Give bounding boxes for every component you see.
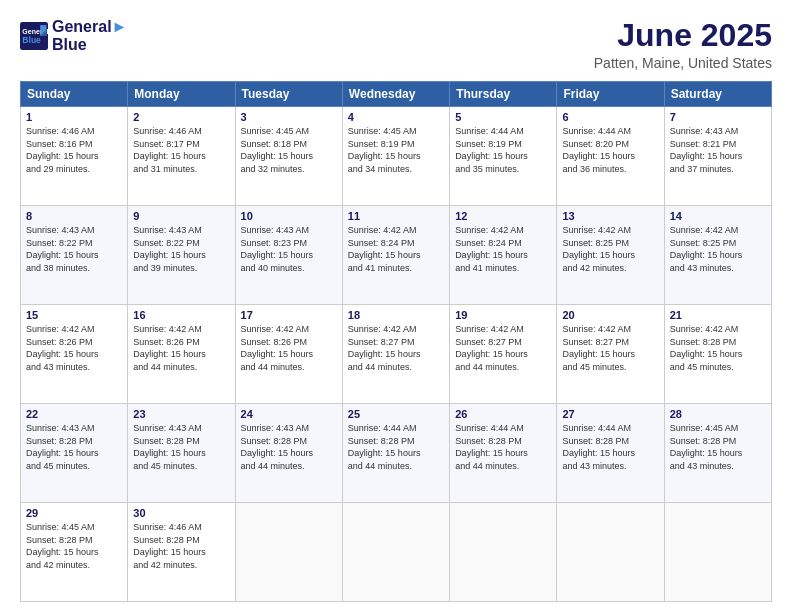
column-header-monday: Monday xyxy=(128,82,235,107)
day-cell xyxy=(235,503,342,602)
day-info: Sunrise: 4:44 AM Sunset: 8:20 PM Dayligh… xyxy=(562,125,658,175)
week-row-2: 8 Sunrise: 4:43 AM Sunset: 8:22 PM Dayli… xyxy=(21,206,772,305)
day-cell: 14 Sunrise: 4:42 AM Sunset: 8:25 PM Dayl… xyxy=(664,206,771,305)
day-number: 8 xyxy=(26,210,122,222)
day-cell: 12 Sunrise: 4:42 AM Sunset: 8:24 PM Dayl… xyxy=(450,206,557,305)
day-cell: 21 Sunrise: 4:42 AM Sunset: 8:28 PM Dayl… xyxy=(664,305,771,404)
day-cell: 20 Sunrise: 4:42 AM Sunset: 8:27 PM Dayl… xyxy=(557,305,664,404)
day-cell: 23 Sunrise: 4:43 AM Sunset: 8:28 PM Dayl… xyxy=(128,404,235,503)
day-number: 26 xyxy=(455,408,551,420)
day-number: 14 xyxy=(670,210,766,222)
day-number: 28 xyxy=(670,408,766,420)
day-cell: 3 Sunrise: 4:45 AM Sunset: 8:18 PM Dayli… xyxy=(235,107,342,206)
day-info: Sunrise: 4:44 AM Sunset: 8:19 PM Dayligh… xyxy=(455,125,551,175)
day-info: Sunrise: 4:42 AM Sunset: 8:28 PM Dayligh… xyxy=(670,323,766,373)
day-cell: 5 Sunrise: 4:44 AM Sunset: 8:19 PM Dayli… xyxy=(450,107,557,206)
title-block: June 2025 Patten, Maine, United States xyxy=(594,18,772,71)
day-info: Sunrise: 4:46 AM Sunset: 8:16 PM Dayligh… xyxy=(26,125,122,175)
day-info: Sunrise: 4:45 AM Sunset: 8:19 PM Dayligh… xyxy=(348,125,444,175)
day-number: 12 xyxy=(455,210,551,222)
day-info: Sunrise: 4:43 AM Sunset: 8:22 PM Dayligh… xyxy=(26,224,122,274)
day-cell: 30 Sunrise: 4:46 AM Sunset: 8:28 PM Dayl… xyxy=(128,503,235,602)
day-info: Sunrise: 4:42 AM Sunset: 8:26 PM Dayligh… xyxy=(26,323,122,373)
day-cell xyxy=(664,503,771,602)
day-number: 7 xyxy=(670,111,766,123)
day-number: 11 xyxy=(348,210,444,222)
day-number: 21 xyxy=(670,309,766,321)
day-number: 19 xyxy=(455,309,551,321)
day-cell: 19 Sunrise: 4:42 AM Sunset: 8:27 PM Dayl… xyxy=(450,305,557,404)
day-info: Sunrise: 4:45 AM Sunset: 8:18 PM Dayligh… xyxy=(241,125,337,175)
day-info: Sunrise: 4:42 AM Sunset: 8:25 PM Dayligh… xyxy=(562,224,658,274)
day-info: Sunrise: 4:42 AM Sunset: 8:27 PM Dayligh… xyxy=(455,323,551,373)
day-cell: 16 Sunrise: 4:42 AM Sunset: 8:26 PM Dayl… xyxy=(128,305,235,404)
day-number: 10 xyxy=(241,210,337,222)
calendar-table: SundayMondayTuesdayWednesdayThursdayFrid… xyxy=(20,81,772,602)
day-cell: 2 Sunrise: 4:46 AM Sunset: 8:17 PM Dayli… xyxy=(128,107,235,206)
day-number: 25 xyxy=(348,408,444,420)
day-info: Sunrise: 4:42 AM Sunset: 8:24 PM Dayligh… xyxy=(455,224,551,274)
day-cell: 7 Sunrise: 4:43 AM Sunset: 8:21 PM Dayli… xyxy=(664,107,771,206)
column-header-sunday: Sunday xyxy=(21,82,128,107)
day-info: Sunrise: 4:44 AM Sunset: 8:28 PM Dayligh… xyxy=(455,422,551,472)
day-number: 22 xyxy=(26,408,122,420)
subtitle: Patten, Maine, United States xyxy=(594,55,772,71)
week-row-1: 1 Sunrise: 4:46 AM Sunset: 8:16 PM Dayli… xyxy=(21,107,772,206)
day-cell: 24 Sunrise: 4:43 AM Sunset: 8:28 PM Dayl… xyxy=(235,404,342,503)
day-number: 17 xyxy=(241,309,337,321)
day-cell xyxy=(450,503,557,602)
day-number: 4 xyxy=(348,111,444,123)
day-number: 13 xyxy=(562,210,658,222)
day-number: 3 xyxy=(241,111,337,123)
day-number: 5 xyxy=(455,111,551,123)
day-info: Sunrise: 4:45 AM Sunset: 8:28 PM Dayligh… xyxy=(670,422,766,472)
day-cell: 18 Sunrise: 4:42 AM Sunset: 8:27 PM Dayl… xyxy=(342,305,449,404)
day-number: 30 xyxy=(133,507,229,519)
day-cell: 17 Sunrise: 4:42 AM Sunset: 8:26 PM Dayl… xyxy=(235,305,342,404)
column-header-friday: Friday xyxy=(557,82,664,107)
day-number: 24 xyxy=(241,408,337,420)
day-info: Sunrise: 4:43 AM Sunset: 8:28 PM Dayligh… xyxy=(26,422,122,472)
day-info: Sunrise: 4:42 AM Sunset: 8:26 PM Dayligh… xyxy=(133,323,229,373)
day-number: 15 xyxy=(26,309,122,321)
day-info: Sunrise: 4:42 AM Sunset: 8:25 PM Dayligh… xyxy=(670,224,766,274)
logo: General Blue General► Blue xyxy=(20,18,127,53)
day-cell: 6 Sunrise: 4:44 AM Sunset: 8:20 PM Dayli… xyxy=(557,107,664,206)
column-header-wednesday: Wednesday xyxy=(342,82,449,107)
day-number: 18 xyxy=(348,309,444,321)
day-number: 20 xyxy=(562,309,658,321)
day-info: Sunrise: 4:43 AM Sunset: 8:22 PM Dayligh… xyxy=(133,224,229,274)
day-info: Sunrise: 4:46 AM Sunset: 8:28 PM Dayligh… xyxy=(133,521,229,571)
day-number: 1 xyxy=(26,111,122,123)
day-info: Sunrise: 4:42 AM Sunset: 8:26 PM Dayligh… xyxy=(241,323,337,373)
day-info: Sunrise: 4:46 AM Sunset: 8:17 PM Dayligh… xyxy=(133,125,229,175)
day-info: Sunrise: 4:42 AM Sunset: 8:27 PM Dayligh… xyxy=(562,323,658,373)
day-cell xyxy=(557,503,664,602)
day-number: 23 xyxy=(133,408,229,420)
column-header-thursday: Thursday xyxy=(450,82,557,107)
day-number: 2 xyxy=(133,111,229,123)
week-row-3: 15 Sunrise: 4:42 AM Sunset: 8:26 PM Dayl… xyxy=(21,305,772,404)
column-headers: SundayMondayTuesdayWednesdayThursdayFrid… xyxy=(21,82,772,107)
calendar-body: 1 Sunrise: 4:46 AM Sunset: 8:16 PM Dayli… xyxy=(21,107,772,602)
day-cell: 28 Sunrise: 4:45 AM Sunset: 8:28 PM Dayl… xyxy=(664,404,771,503)
week-row-5: 29 Sunrise: 4:45 AM Sunset: 8:28 PM Dayl… xyxy=(21,503,772,602)
day-number: 27 xyxy=(562,408,658,420)
day-cell: 8 Sunrise: 4:43 AM Sunset: 8:22 PM Dayli… xyxy=(21,206,128,305)
column-header-saturday: Saturday xyxy=(664,82,771,107)
day-cell: 25 Sunrise: 4:44 AM Sunset: 8:28 PM Dayl… xyxy=(342,404,449,503)
day-info: Sunrise: 4:43 AM Sunset: 8:21 PM Dayligh… xyxy=(670,125,766,175)
day-cell: 4 Sunrise: 4:45 AM Sunset: 8:19 PM Dayli… xyxy=(342,107,449,206)
day-cell: 13 Sunrise: 4:42 AM Sunset: 8:25 PM Dayl… xyxy=(557,206,664,305)
header: General Blue General► Blue June 2025 Pat… xyxy=(20,18,772,71)
day-info: Sunrise: 4:42 AM Sunset: 8:27 PM Dayligh… xyxy=(348,323,444,373)
svg-text:Blue: Blue xyxy=(22,35,41,45)
page: General Blue General► Blue June 2025 Pat… xyxy=(0,0,792,612)
main-title: June 2025 xyxy=(594,18,772,53)
day-cell: 9 Sunrise: 4:43 AM Sunset: 8:22 PM Dayli… xyxy=(128,206,235,305)
logo-text: General► Blue xyxy=(52,18,127,53)
week-row-4: 22 Sunrise: 4:43 AM Sunset: 8:28 PM Dayl… xyxy=(21,404,772,503)
day-info: Sunrise: 4:43 AM Sunset: 8:28 PM Dayligh… xyxy=(241,422,337,472)
day-number: 29 xyxy=(26,507,122,519)
day-info: Sunrise: 4:44 AM Sunset: 8:28 PM Dayligh… xyxy=(562,422,658,472)
